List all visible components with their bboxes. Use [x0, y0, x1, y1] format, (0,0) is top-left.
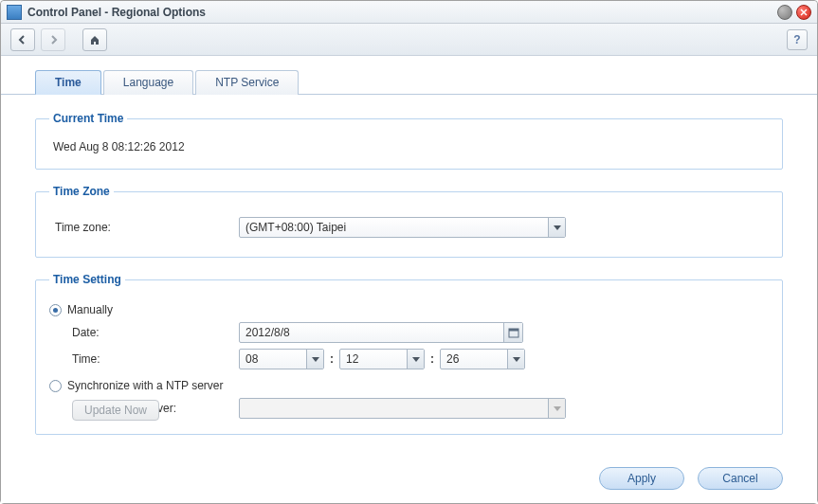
group-time-zone: Time Zone Time zone: (GMT+08:00) Taipei — [35, 185, 783, 258]
hour-select[interactable]: 08 — [239, 349, 324, 369]
footer: Apply Cancel — [1, 459, 817, 503]
time-zone-value: (GMT+08:00) Taipei — [240, 221, 548, 234]
legend-current-time: Current Time — [49, 112, 127, 125]
label-date: Date: — [49, 326, 239, 339]
group-current-time: Current Time Wed Aug 8 08:12:26 2012 — [35, 112, 783, 170]
date-input[interactable]: 2012/8/8 — [239, 322, 523, 343]
chevron-down-icon — [306, 350, 323, 369]
calendar-icon — [503, 323, 522, 342]
chevron-down-icon — [507, 350, 524, 369]
apply-button[interactable]: Apply — [599, 467, 684, 490]
arrow-right-icon — [47, 34, 59, 45]
tab-language[interactable]: Language — [103, 70, 193, 95]
radio-manually-row[interactable]: Manually — [49, 303, 769, 316]
minute-value: 12 — [340, 352, 407, 366]
label-time: Time: — [49, 352, 239, 366]
minimize-button[interactable] — [777, 5, 792, 20]
minute-select[interactable]: 12 — [339, 349, 425, 369]
svg-rect-1 — [509, 329, 518, 332]
tab-time[interactable]: Time — [35, 70, 101, 95]
time-sep-1: : — [330, 352, 334, 366]
legend-time-setting: Time Setting — [49, 273, 125, 286]
group-time-setting: Time Setting Manually Date: 2012/8/8 — [35, 273, 783, 435]
current-time-value: Wed Aug 8 08:12:26 2012 — [49, 138, 769, 155]
window-title: Control Panel - Regional Options — [27, 6, 773, 19]
network-time-server-select[interactable] — [239, 398, 566, 419]
panel-time: Current Time Wed Aug 8 08:12:26 2012 Tim… — [1, 95, 817, 459]
close-button[interactable] — [796, 5, 811, 20]
cancel-button[interactable]: Cancel — [698, 467, 783, 490]
date-value: 2012/8/8 — [240, 326, 503, 339]
toolbar: ? — [1, 24, 817, 56]
hour-value: 08 — [240, 352, 306, 366]
update-now-button[interactable]: Update Now — [72, 400, 159, 421]
home-button[interactable] — [82, 28, 107, 51]
help-button[interactable]: ? — [787, 29, 808, 50]
titlebar: Control Panel - Regional Options — [1, 1, 817, 24]
radio-ntp-row[interactable]: Synchronize with a NTP server — [49, 379, 769, 392]
forward-button[interactable] — [41, 28, 65, 51]
second-select[interactable]: 26 — [440, 349, 525, 369]
close-icon — [800, 9, 808, 16]
home-icon — [89, 34, 100, 45]
radio-manually[interactable] — [49, 304, 62, 316]
app-icon — [7, 5, 22, 20]
chevron-down-icon — [548, 218, 565, 237]
tabs: Time Language NTP Service — [1, 56, 817, 95]
legend-time-zone: Time Zone — [49, 185, 114, 198]
time-zone-select[interactable]: (GMT+08:00) Taipei — [239, 217, 566, 238]
tab-ntp-service[interactable]: NTP Service — [195, 70, 299, 95]
chevron-down-icon — [407, 350, 424, 369]
radio-ntp[interactable] — [49, 380, 62, 392]
label-time-zone: Time zone: — [49, 221, 239, 234]
window: Control Panel - Regional Options ? Time … — [0, 0, 818, 504]
label-manually: Manually — [67, 303, 113, 316]
label-ntp: Synchronize with a NTP server — [67, 379, 224, 392]
second-value: 26 — [441, 352, 507, 366]
arrow-left-icon — [17, 34, 28, 45]
time-sep-2: : — [430, 352, 434, 366]
content: Time Language NTP Service Current Time W… — [1, 56, 817, 503]
back-button[interactable] — [10, 28, 35, 51]
chevron-down-icon — [548, 399, 565, 418]
